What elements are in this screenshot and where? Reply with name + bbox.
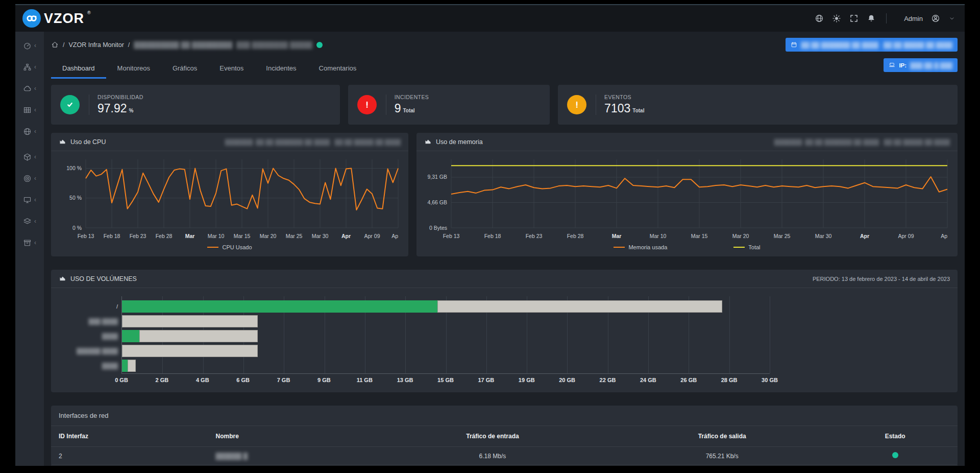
legend-label: CPU Usado [222,244,252,250]
volume-free-bar [437,300,722,313]
legend-item[interactable]: Total [733,244,760,250]
tab-incidentes[interactable]: Incidentes [255,60,307,79]
memory-chart-title-row: Uso de memoria [424,138,483,146]
theme-sun-icon[interactable] [832,14,841,23]
tab-monitoreos[interactable]: Monitoreos [106,60,161,79]
memory-chart-panel: Uso de memoria ███████: ██ ██ ███████ ██… [416,133,958,256]
volume-label: / [61,300,118,313]
app-window: VZOR ® Admin [15,4,965,466]
laptop-icon [889,62,895,68]
x-axis-tick-label: 19 GB [519,377,535,383]
svg-text:Mar: Mar [185,233,195,239]
legend-item[interactable]: Memoria usada [614,244,667,250]
table-grid-icon [23,106,32,114]
area-chart-icon [59,275,66,282]
ip-button[interactable]: IP: ███.██.█.███ [884,58,958,72]
memory-chart-title: Uso de memoria [436,138,483,146]
availability-value: 97.92 [97,102,127,115]
memory-chart-period-redacted: ███████: ██ ██ ███████ ██ ████ - ██ ██ █… [774,139,950,145]
x-axis-tick-label: 9 GB [317,377,331,383]
volumes-title-row: USO DE VOLÚMENES [59,275,137,282]
column-header: ID Interfaz [51,426,208,447]
sidebar-item-target[interactable]: ‹ [15,168,44,189]
volume-label: ███ ████ [61,315,118,327]
legend-item[interactable]: CPU Usado [207,244,252,250]
topbar-actions: Admin [815,13,955,23]
tab-comentarios[interactable]: Comentarios [308,60,368,79]
chevron-left-icon: ‹ [34,42,36,49]
user-avatar-icon[interactable] [931,14,940,23]
area-chart-icon [59,138,66,146]
area-chart-icon [424,138,432,146]
sidebar-item-archive[interactable]: ‹ [15,232,44,253]
column-header: Estado [832,426,958,447]
vm-status-dot [316,42,323,48]
sidebar-item-gauge[interactable]: ‹ [15,35,44,56]
date-range-text-redacted: ██ ██ ███████ ██ ████ - ██ ██ █████ ██ █… [801,42,952,48]
cloud-icon [23,84,32,93]
sidebar-item-layers[interactable]: ‹ [15,210,44,232]
x-axis-tick-label: 2 GB [156,377,169,383]
svg-text:Feb 28: Feb 28 [567,233,584,239]
x-axis-tick-label: 30 GB [762,377,778,383]
volume-bar-row[interactable]: ███ ████ [122,315,770,327]
svg-text:4,66 GB: 4,66 GB [427,199,447,205]
sidebar-item-cloud[interactable]: ‹ [15,78,44,99]
svg-text:Feb 18: Feb 18 [104,233,120,239]
volume-bar-row[interactable]: / [122,300,770,313]
memory-usage-line-chart[interactable]: Feb 13Feb 18Feb 23Feb 28MarMar 10Mar 15M… [422,154,952,242]
sidebar-nav: ‹‹‹‹‹‹‹‹‹‹ [15,32,44,466]
events-label: EVENTOS [604,94,644,100]
cpu-usage-line-chart[interactable]: Feb 13Feb 18Feb 23Feb 28MarMar 10Mar 15M… [56,154,403,242]
network-interfaces-panel: Interfaces de red ID InterfazNombreTráfi… [51,406,958,465]
sitemap-icon [23,63,32,72]
tab-dashboard[interactable]: Dashboard [51,60,106,79]
breadcrumb-root-link[interactable]: VZOR Infra Monitor [68,41,124,49]
breadcrumb-section-redacted[interactable]: ██████████ ██ █████████ [134,41,232,49]
svg-text:Feb 23: Feb 23 [526,233,543,239]
interface-status [832,447,958,465]
archive-icon [23,239,32,247]
svg-text:Mar 25: Mar 25 [286,233,303,239]
topbar: VZOR ® Admin [15,5,965,32]
globe-icon[interactable] [815,14,824,23]
app-logo[interactable]: VZOR ® [22,9,91,28]
column-header: Nombre [208,426,374,447]
volume-bar-row[interactable]: ████ [122,330,770,342]
events-unit: Total [632,108,644,113]
tab-gráficos[interactable]: Gráficos [161,60,208,79]
sidebar-item-cube[interactable]: ‹ [15,146,44,168]
x-axis-tick-label: 17 GB [478,377,494,383]
interface-id: 2 [51,447,208,465]
cpu-chart-title-row: Uso de CPU [59,138,106,146]
sidebar-item-sitemap[interactable]: ‹ [15,56,44,78]
sidebar-item-monitor[interactable]: ‹ [15,189,44,210]
monitor-icon [23,196,32,204]
fullscreen-icon[interactable] [849,14,859,23]
volume-bar-row[interactable]: ████ [122,360,770,372]
chevron-down-icon[interactable] [948,15,955,22]
volume-bar-row[interactable]: ██████ ████ [122,345,770,357]
svg-text:Feb 13: Feb 13 [443,233,460,239]
tab-eventos[interactable]: Eventos [208,60,255,79]
volume-free-bar [122,315,258,327]
svg-text:Feb 18: Feb 18 [484,233,501,239]
sidebar-item-globe[interactable]: ‹ [15,121,44,142]
legend-swatch [207,247,218,248]
svg-text:100 %: 100 % [66,165,82,171]
chevron-left-icon: ‹ [34,175,36,182]
chevron-left-icon: ‹ [34,85,36,92]
svg-text:Feb 23: Feb 23 [130,233,146,239]
home-icon[interactable] [51,41,59,49]
volumes-chart[interactable]: /███ ██████████████ ████████ 0 GB2 GB4 G… [51,288,958,392]
table-row[interactable]: 2██████ █6.18 Mb/s765.21 Kb/s [51,447,958,465]
chevron-left-icon: ‹ [34,153,36,160]
cpu-chart-title: Uso de CPU [70,138,106,146]
stat-cards: DISPONIBILIDAD 97.92% INCIDENTES 9Total [51,85,958,125]
memory-chart-legend: Memoria usadaTotal [422,242,952,255]
date-range-button[interactable]: ██ ██ ███████ ██ ████ - ██ ██ █████ ██ █… [786,38,958,52]
volume-label: ██████ ████ [61,345,118,357]
sidebar-item-table-grid[interactable]: ‹ [15,99,44,121]
notifications-bell-icon[interactable] [867,14,876,23]
svg-text:Mar 10: Mar 10 [650,233,667,239]
